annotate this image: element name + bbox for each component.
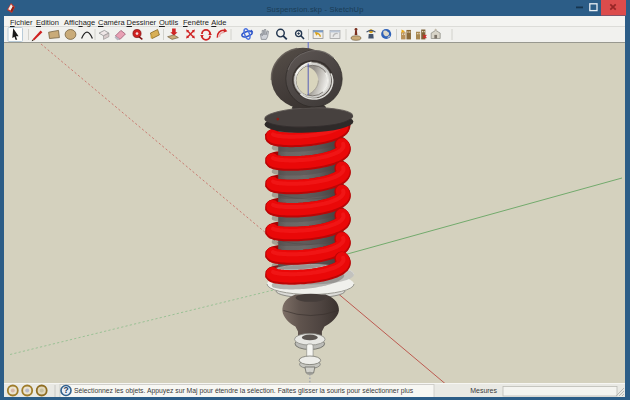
svg-text:Mesures: Mesures (470, 387, 497, 394)
svg-text:Sélectionnez les objets. Appuy: Sélectionnez les objets. Appuyez sur Maj… (74, 387, 414, 395)
svg-text:?: ? (63, 385, 68, 395)
